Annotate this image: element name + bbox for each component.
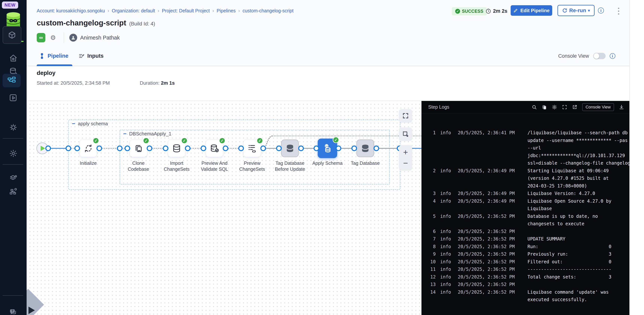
copy-icon[interactable] [542,104,547,110]
log-timestamp: 20/5/2025, 2:36:49 PM [458,190,523,198]
started-label: Started at: [37,80,60,86]
node-port[interactable] [96,146,102,151]
download-icon[interactable] [619,104,624,110]
more-options-menu[interactable] [615,6,622,16]
node-port[interactable] [185,146,190,151]
sidebar-item-module-cube[interactable] [2,26,21,44]
log-body[interactable]: 1info20/5/2025, 2:36:41 PM/liquibase/liq… [422,113,630,315]
collapse-icon[interactable]: − [72,120,75,127]
log-level: info [440,167,453,190]
build-id: (Build Id: 4) [129,21,155,27]
database-upload-icon [322,144,332,153]
gear-icon[interactable]: ⚙ [50,34,57,41]
breadcrumb-item[interactable]: Pipelines [217,8,236,14]
node-port[interactable] [374,146,379,151]
log-level: info [440,288,453,304]
log-level: info [440,243,453,250]
select-mode-button[interactable] [399,128,412,141]
zoom-in-button[interactable]: + [403,148,408,157]
zoom-out-button[interactable]: − [403,158,408,168]
step-node-clone-codebase[interactable]: ✓ [130,140,147,157]
log-level: info [440,266,453,273]
edge [48,148,68,149]
node-port[interactable] [200,146,206,151]
node-port[interactable] [276,146,282,151]
step-node-preview-and-validate-sql[interactable]: ✓ [206,140,223,157]
log-timestamp: 20/5/2025, 2:36:52 PM [458,273,523,281]
node-port[interactable] [117,146,122,151]
collapse-icon[interactable]: − [123,130,127,137]
info-icon[interactable]: i [598,8,604,14]
step-node-preview-changesets[interactable]: ✓ [243,140,261,157]
node-port[interactable] [223,146,228,151]
log-line-number: 11 [428,266,436,273]
canvas-corner-arrow-icon [28,306,35,314]
node-port[interactable] [163,146,168,151]
console-view-control: Console View i [558,53,615,59]
node-port[interactable] [352,146,357,151]
node-port[interactable] [45,146,51,151]
sidebar-item-help[interactable]: ? [0,306,26,315]
step-node-apply-schema[interactable]: ✓ [318,138,337,158]
node-port[interactable] [74,146,80,151]
step-node-import-changesets[interactable]: ✓ [168,140,186,157]
log-entry: 9info20/5/2025, 2:36:52 PMPreviously run… [428,250,630,258]
log-level: info [440,198,453,212]
log-timestamp: 20/5/2025, 2:36:52 PM [458,250,523,258]
log-timestamp: 20/5/2025, 2:36:52 PM [458,266,523,273]
step-node-tag-database[interactable] [356,140,374,157]
tab-pipeline[interactable]: Pipeline [39,53,68,59]
node-port[interactable] [124,146,130,151]
success-check-icon: ✓ [181,138,188,144]
log-line-number: 4 [428,198,436,212]
sidebar-item-preferences[interactable] [0,121,26,134]
sidebar-item-organizations[interactable] [0,185,26,198]
step-logs-header: Step Logs Console View [422,101,630,113]
console-view-toggle[interactable] [593,53,606,59]
log-entry: 10info20/5/2025, 2:36:52 PMFiltered out:… [428,258,630,266]
success-check-icon: ✓ [455,9,460,14]
edge [376,148,400,149]
log-message: Starting Liquibase at 09:06:49(version 4… [528,167,630,190]
fullscreen-icon[interactable] [562,104,567,110]
pipeline-name: custom-changelog-script [37,19,126,27]
node-port[interactable] [298,146,304,151]
edit-pipeline-button[interactable]: Edit Pipeline [511,5,552,16]
external-link-icon[interactable] [572,104,577,110]
sun-gear-icon [9,123,18,132]
gear-icon[interactable] [552,104,557,110]
info-icon[interactable]: i [610,53,615,59]
fit-to-screen-button[interactable] [399,109,412,122]
zoom-controls: + − [399,145,412,170]
sidebar-item-pipelines[interactable] [2,74,20,87]
console-view-button[interactable]: Console View [582,103,614,111]
sidebar-item-home[interactable] [0,52,26,64]
search-icon[interactable] [532,104,537,110]
sidebar-item-executions[interactable] [0,92,26,104]
edge [99,148,128,149]
tab-inputs[interactable]: Inputs [79,53,104,59]
breadcrumb-item[interactable]: Account: kurosakiichigo.songoku [37,8,105,14]
sidebar-item-settings[interactable] [0,147,26,160]
node-port[interactable] [238,146,244,151]
breadcrumb-item[interactable]: Project: Default Project [162,8,210,14]
step-node-initialize[interactable]: ✓ [80,140,97,157]
log-entry: 3info20/5/2025, 2:36:49 PMLiquibase Vers… [428,190,630,198]
breadcrumb-item[interactable]: Organization: default [112,8,155,14]
node-port[interactable] [147,146,152,151]
breadcrumb-item[interactable]: custom-changelog-script [242,8,294,14]
sidebar-item-default-settings[interactable] [0,172,26,185]
step-node-tag-database-before-update[interactable] [281,140,299,157]
log-message: Liquibase command 'update' wasexecuted s… [528,288,630,304]
node-port[interactable] [314,146,319,151]
rerun-button[interactable]: Re-run ▾ [558,5,594,16]
log-timestamp: 20/5/2025, 2:36:49 PM [458,198,523,212]
chevron-down-icon: ▾ [588,8,590,13]
node-port[interactable] [260,146,266,151]
node-port[interactable] [336,146,341,151]
elapsed-value: 2m 2s [493,8,508,14]
changeset-code-icon [247,144,257,153]
database-icon [172,144,182,153]
breadcrumb: Account: kurosakiichigo.songoku›Organiza… [37,8,294,14]
node-port[interactable] [66,146,71,151]
